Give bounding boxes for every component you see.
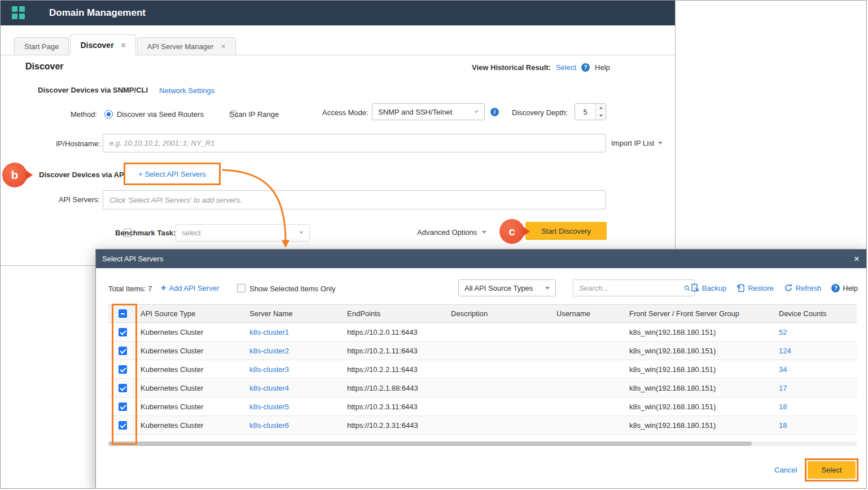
tab-discover[interactable]: Discover × <box>70 34 135 55</box>
dialog-header: Select API Servers × <box>96 250 867 268</box>
device-count-link[interactable]: 18 <box>779 403 787 411</box>
ip-hostname-label: IP/Hostname: <box>56 139 100 148</box>
chevron-down-icon <box>482 231 486 234</box>
close-icon[interactable]: × <box>854 254 860 264</box>
table-row[interactable]: Kubernetes Cluster k8s-cluster4 https://… <box>108 379 857 397</box>
import-ip-list-dropdown[interactable]: Import IP List <box>611 139 663 147</box>
api-servers-input[interactable] <box>103 190 606 209</box>
badge-letter: c <box>508 225 515 238</box>
scrollbar-thumb[interactable] <box>108 441 752 446</box>
row-checkbox[interactable] <box>119 384 127 392</box>
help-icon[interactable]: ? <box>581 63 590 72</box>
server-name-link[interactable]: k8s-cluster2 <box>249 347 289 355</box>
column-header[interactable]: Username <box>553 309 625 318</box>
restore-label: Restore <box>748 284 774 292</box>
add-api-server-button[interactable]: + Add API Server <box>161 283 219 292</box>
server-name-link[interactable]: k8s-cluster6 <box>249 421 289 430</box>
tab-bar: Start Page Discover × API Server Manager… <box>1 25 675 55</box>
select-api-servers-link[interactable]: + Select API Servers <box>138 170 206 178</box>
select-button[interactable]: Select <box>808 461 856 479</box>
show-selected-only-label[interactable]: Show Selected Items Only <box>249 285 335 293</box>
row-checkbox[interactable] <box>119 347 127 355</box>
row-checkbox[interactable] <box>119 328 127 336</box>
server-name-link[interactable]: k8s-cluster5 <box>249 403 289 411</box>
view-historical-label: View Historical Result: <box>472 63 551 72</box>
cell-api-source-type: Kubernetes Cluster <box>137 403 246 411</box>
server-name-link[interactable]: k8s-cluster1 <box>249 328 289 336</box>
api-source-type-dropdown[interactable]: All API Source Types <box>458 279 556 296</box>
advanced-options-label: Advanced Options <box>417 228 477 237</box>
tab-api-server-manager[interactable]: API Server Manager × <box>137 37 236 55</box>
cell-api-source-type: Kubernetes Cluster <box>137 384 246 392</box>
refresh-button[interactable]: Refresh <box>784 283 822 292</box>
column-header[interactable]: API Source Type <box>137 309 246 318</box>
import-ip-list-label: Import IP List <box>611 139 654 147</box>
column-header[interactable]: EndPoints <box>343 309 447 318</box>
discovery-depth-stepper[interactable]: 5 <box>575 103 606 120</box>
help-label[interactable]: Help <box>595 63 610 72</box>
row-checkbox[interactable] <box>119 365 127 374</box>
cell-api-source-type: Kubernetes Cluster <box>137 365 246 374</box>
close-icon[interactable]: × <box>121 41 126 49</box>
historical-select-link[interactable]: Select <box>556 63 576 72</box>
select-all-checkbox[interactable] <box>119 309 127 318</box>
tab-start-page[interactable]: Start Page <box>14 37 69 55</box>
app-grid-icon[interactable] <box>12 6 25 20</box>
network-settings-link[interactable]: Network Settings <box>159 86 214 95</box>
dialog-help-button[interactable]: ? Help <box>831 284 858 292</box>
access-mode-label: Access Mode: <box>322 108 369 117</box>
api-server-table-body: Kubernetes Cluster k8s-cluster1 https://… <box>108 323 857 435</box>
start-discovery-button[interactable]: Start Discovery <box>525 222 607 240</box>
table-row[interactable]: Kubernetes Cluster k8s-cluster5 https://… <box>108 397 857 416</box>
server-name-link[interactable]: k8s-cluster4 <box>249 384 289 392</box>
plus-icon: + <box>161 283 166 292</box>
stepper-up-button[interactable] <box>596 104 606 112</box>
device-count-link[interactable]: 17 <box>779 384 787 392</box>
table-row[interactable]: Kubernetes Cluster k8s-cluster3 https://… <box>108 360 857 379</box>
cell-front-server: k8s_win(192.168.180.151) <box>625 384 775 392</box>
info-icon[interactable]: i <box>490 108 499 116</box>
row-checkbox[interactable] <box>119 403 127 411</box>
search-icon[interactable] <box>684 283 690 293</box>
select-api-servers-dialog: Select API Servers × Total Items: 7 + Ad… <box>95 249 867 489</box>
method-label: Method: <box>71 110 97 119</box>
cell-front-server: k8s_win(192.168.180.151) <box>625 365 775 374</box>
cancel-button[interactable]: Cancel <box>774 466 797 474</box>
benchmark-task-dropdown[interactable]: select <box>176 224 310 242</box>
device-count-link[interactable]: 34 <box>779 365 787 374</box>
radio-seed-routers[interactable] <box>104 110 113 119</box>
table-row[interactable]: Kubernetes Cluster k8s-cluster2 https://… <box>108 342 857 360</box>
column-header[interactable]: Server Name <box>246 309 343 318</box>
table-row[interactable]: Kubernetes Cluster k8s-cluster1 https://… <box>108 323 857 342</box>
column-header[interactable]: Description <box>447 309 553 318</box>
app-title: Domain Management <box>49 7 146 19</box>
column-header[interactable]: Device Counts <box>775 309 857 318</box>
ip-hostname-input[interactable] <box>103 134 606 152</box>
page-title: Discover <box>25 62 64 72</box>
row-checkbox[interactable] <box>119 421 127 430</box>
cell-endpoint: https://10.2.0.11:6443 <box>343 328 447 336</box>
chevron-down-icon <box>599 115 603 117</box>
horizontal-scrollbar[interactable] <box>108 441 857 446</box>
advanced-options-toggle[interactable]: Advanced Options <box>417 228 486 237</box>
stepper-down-button[interactable] <box>596 112 606 120</box>
column-header[interactable]: Front Server / Front Server Group <box>625 309 775 318</box>
device-count-link[interactable]: 124 <box>779 347 791 355</box>
table-header: API Source Type Server Name EndPoints De… <box>108 304 857 323</box>
search-input[interactable] <box>573 280 684 296</box>
show-selected-only-checkbox[interactable] <box>237 284 246 292</box>
restore-button[interactable]: Restore <box>737 283 774 292</box>
api-source-type-value: All API Source Types <box>464 284 545 292</box>
device-count-link[interactable]: 52 <box>779 328 787 336</box>
access-mode-dropdown[interactable]: SNMP and SSH/Telnet <box>372 103 485 120</box>
radio-seed-routers-label[interactable]: Discover via Seed Routers <box>117 110 204 119</box>
backup-button[interactable]: Backup <box>691 283 726 292</box>
radio-scan-ip-range-label[interactable]: Scan IP Range <box>230 110 279 119</box>
table-row[interactable]: Kubernetes Cluster k8s-cluster6 https://… <box>108 416 857 435</box>
refresh-label: Refresh <box>796 284 822 292</box>
benchmark-task-label[interactable]: Benchmark Task: <box>115 229 176 237</box>
server-name-link[interactable]: k8s-cluster3 <box>249 365 289 374</box>
close-icon[interactable]: × <box>221 42 226 50</box>
device-count-link[interactable]: 18 <box>779 421 787 430</box>
discovery-depth-label: Discovery Depth: <box>512 108 568 117</box>
